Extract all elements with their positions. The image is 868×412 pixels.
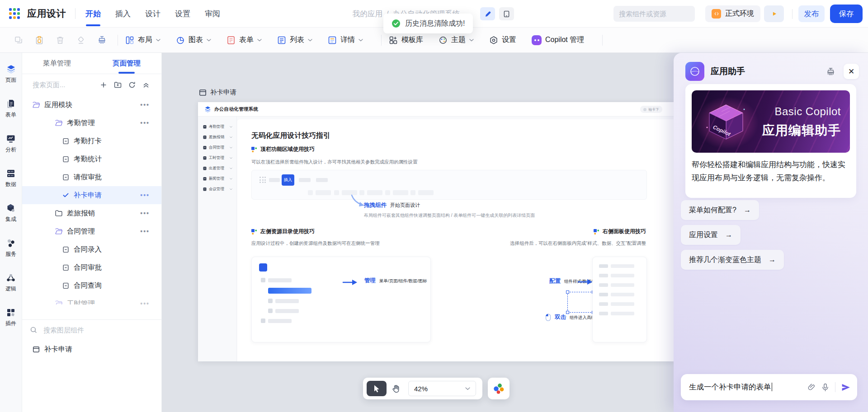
preview-brand: 办公自动化管理系统 — [214, 106, 258, 112]
environment-switcher[interactable]: 正式环境 — [705, 5, 760, 22]
component-search-input[interactable] — [619, 10, 709, 18]
clear-history-icon[interactable] — [826, 67, 835, 76]
eraser-icon[interactable] — [73, 33, 89, 48]
attachment-icon[interactable] — [807, 383, 816, 392]
publish-button[interactable]: 发布 — [798, 5, 825, 22]
add-folder-icon[interactable] — [114, 81, 122, 88]
chevron-down-icon — [257, 39, 262, 42]
theme-palette-button[interactable] — [488, 378, 509, 399]
mock-blue-square — [259, 263, 267, 272]
more-menu-icon[interactable]: ••• — [140, 119, 150, 126]
microphone-icon[interactable] — [821, 383, 830, 392]
template-library-button[interactable]: 模板库 — [389, 35, 423, 45]
more-menu-icon[interactable]: ••• — [140, 101, 150, 108]
preview-run-button[interactable] — [764, 5, 784, 22]
tree-item[interactable]: 差旅报销••• — [22, 204, 161, 222]
more-menu-icon[interactable]: ••• — [140, 192, 150, 199]
tree-item[interactable]: 考勤打卡 — [22, 132, 161, 150]
tab-menu-management[interactable]: 菜单管理 — [22, 53, 92, 74]
form-menu-button[interactable]: 表单 — [226, 35, 262, 45]
rail-item-analysis[interactable]: 分析 — [0, 131, 22, 166]
tree-item-clipped[interactable]: 工时管理••• — [22, 295, 161, 304]
section-desc: 选择组件后，可以在右侧面板内完成“样式、数据、交互”配置调整 — [510, 240, 646, 247]
oa-logo-icon — [204, 106, 211, 113]
rail-item-logic[interactable]: 逻辑 — [0, 271, 22, 305]
arrow-right-icon: → — [769, 256, 776, 264]
assistant-input-bar: 生成一个补卡申请的表单 — [681, 374, 857, 400]
paste-icon[interactable] — [32, 33, 47, 48]
banner-line2: 应用编辑助手 — [762, 122, 841, 139]
layout-menu-button[interactable]: 布局 — [125, 35, 160, 45]
tab-page-management[interactable]: 页面管理 — [92, 53, 161, 74]
arrow-right-icon: → — [744, 206, 751, 214]
component-search — [613, 6, 695, 22]
divider — [118, 35, 118, 46]
copilot-manage-button[interactable]: Copilot 管理 — [532, 35, 584, 45]
rail-item-data[interactable]: 数据 — [0, 166, 22, 201]
theme-icon — [439, 36, 448, 45]
page-search-input[interactable] — [33, 81, 93, 89]
cursor-icon — [373, 384, 380, 393]
preview-header: 办公自动化管理系统 袖卡下 — [198, 102, 674, 117]
hand-tool-button[interactable] — [387, 381, 405, 396]
layer-item[interactable]: 补卡申请 — [22, 340, 161, 358]
mobile-preview-button[interactable] — [499, 7, 514, 20]
tab-insert[interactable]: 插入 — [114, 0, 132, 27]
tree-item[interactable]: 考勤管理••• — [22, 114, 161, 132]
detail-menu-button[interactable]: 详情 — [328, 35, 363, 45]
layer-search-input[interactable] — [43, 326, 161, 334]
tree-item[interactable]: 请假审批 — [22, 168, 161, 186]
zoom-level-select[interactable]: 42% — [408, 381, 476, 396]
tree-item[interactable]: 考勤统计 — [22, 150, 161, 168]
page-icon — [62, 264, 69, 271]
edit-mode-button[interactable] — [480, 7, 495, 20]
theme-menu-button[interactable]: 主题 — [439, 35, 474, 45]
breadcrumb-parent[interactable]: 我的应用 — [353, 9, 382, 19]
tab-design[interactable]: 设计 — [144, 0, 161, 27]
refresh-icon[interactable] — [128, 81, 136, 89]
tree-item-selected[interactable]: 补卡申请••• — [22, 186, 161, 204]
quick-prompt-app-settings[interactable]: 应用设置→ — [681, 225, 741, 245]
tree-item[interactable]: 应用模块••• — [22, 96, 161, 114]
app-launcher-icon[interactable] — [9, 8, 20, 19]
assistant-message-input[interactable]: 生成一个补卡申请的表单 — [689, 382, 802, 392]
copy-icon[interactable] — [11, 33, 26, 48]
artboard-label[interactable]: 补卡申请 — [199, 88, 236, 97]
tree-item[interactable]: 合同查询 — [22, 276, 161, 295]
more-menu-icon[interactable]: ••• — [140, 300, 150, 304]
rail-item-integration[interactable]: 集成 — [0, 201, 22, 236]
mock-insert-button: 插入 — [282, 174, 294, 186]
app-assistant-panel: 应用助手 ✕ Copilot Basic Copilot 应用编辑助手 帮你轻松… — [674, 53, 868, 412]
rail-item-forms[interactable]: 表单 — [0, 97, 22, 131]
add-page-icon[interactable] — [100, 81, 107, 89]
list-menu-button[interactable]: 列表 — [277, 35, 312, 45]
save-button[interactable]: 保存 — [830, 5, 863, 23]
tab-review[interactable]: 审阅 — [204, 0, 221, 27]
page-icon — [62, 246, 69, 253]
select-tool-button[interactable] — [367, 381, 387, 396]
chart-menu-button[interactable]: 图表 — [176, 35, 211, 45]
rail-item-pages[interactable]: 页面 — [0, 62, 22, 97]
tab-settings[interactable]: 设置 — [174, 0, 191, 27]
close-icon[interactable]: ✕ — [844, 64, 859, 79]
send-icon[interactable] — [841, 383, 851, 392]
tree-item[interactable]: 合同录入 — [22, 240, 161, 258]
settings-button[interactable]: 设置 — [489, 35, 516, 45]
preview-menu-item: 考勤管理 — [198, 122, 236, 132]
rail-item-plugins[interactable]: 插件 — [0, 305, 22, 340]
tab-start[interactable]: 开始 — [85, 0, 102, 27]
clean-broom-icon[interactable] — [94, 33, 109, 48]
quick-prompt-theme[interactable]: 推荐几个渐变蓝色主题→ — [681, 250, 784, 270]
preview-menu-item: 会议管理 — [198, 184, 236, 194]
pencil-icon — [484, 10, 491, 18]
tree-item[interactable]: 合同审批 — [22, 258, 161, 276]
more-menu-icon[interactable]: ••• — [140, 228, 150, 235]
quick-prompt-menu-config[interactable]: 菜单如何配置?→ — [681, 200, 759, 220]
collapse-all-icon[interactable] — [142, 81, 150, 89]
more-menu-icon[interactable]: ••• — [140, 210, 150, 217]
page-preview-artboard[interactable]: 办公自动化管理系统 袖卡下 考勤管理 差旅报销 合同管理 工时管理 出差管理 新… — [198, 102, 674, 361]
tree-item[interactable]: 合同管理••• — [22, 222, 161, 240]
delete-icon[interactable] — [52, 33, 68, 48]
rail-item-services[interactable]: 服务 — [0, 236, 22, 271]
curved-arrow-icon — [349, 194, 366, 209]
